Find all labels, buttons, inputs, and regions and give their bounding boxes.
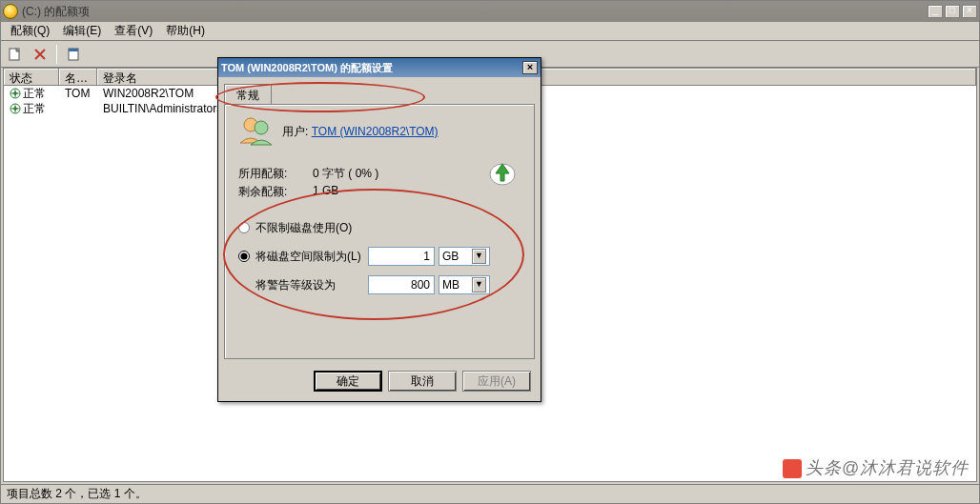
chevron-down-icon: ▼ [472, 277, 486, 292]
menu-help[interactable]: 帮助(H) [160, 21, 211, 41]
svg-rect-2 [69, 49, 78, 51]
close-button[interactable]: × [962, 5, 977, 18]
col-name[interactable]: 名… [59, 69, 97, 85]
tab-strip: 常规 [224, 83, 535, 104]
chevron-down-icon: ▼ [472, 249, 486, 264]
svg-point-6 [255, 121, 268, 134]
remain-quota-label: 剩余配额: [238, 184, 313, 200]
quota-settings-dialog: TOM (WIN2008R2\TOM) 的配额设置 × 常规 用户: TOM (… [217, 57, 541, 402]
toolbar-separator [56, 45, 57, 64]
statusbar: 项目总数 2 个，已选 1 个。 [1, 484, 979, 503]
user-info-row: 用户: TOM (WIN2008R2\TOM) [238, 114, 521, 149]
dialog-titlebar: TOM (WIN2008R2\TOM) 的配额设置 × [218, 58, 541, 77]
warn-value-input[interactable] [368, 275, 435, 294]
limit-value-input[interactable] [368, 247, 435, 266]
dialog-close-button[interactable]: × [522, 61, 538, 74]
watermark-logo-icon [783, 459, 802, 478]
warn-unit-text: MB [442, 278, 459, 292]
used-quota-label: 所用配额: [238, 166, 313, 182]
watermark: 头条@沐沐君说软件 [783, 456, 969, 479]
watermark-text: 头条@沐沐君说软件 [806, 458, 969, 477]
limit-unit-text: GB [442, 250, 459, 263]
radio-no-limit-label: 不限制磁盘使用(O) [255, 220, 352, 236]
minimize-button[interactable]: _ [928, 5, 943, 18]
maximize-button[interactable]: □ [945, 5, 960, 18]
warn-label: 将警告等级设为 [255, 277, 368, 293]
dialog-button-row: 确定 取消 应用(A) [218, 365, 541, 401]
status-text: 正常 [23, 86, 46, 102]
name-text: TOM [59, 87, 97, 100]
cancel-button[interactable]: 取消 [388, 371, 457, 392]
limit-radio-group: 不限制磁盘使用(O) 将磁盘空间限制为(L) GB ▼ 将警告等级设为 MB [238, 217, 521, 295]
apply-button[interactable]: 应用(A) [462, 371, 531, 392]
quota-info: 所用配额: 0 字节 ( 0% ) 剩余配额: 1 GB [238, 166, 521, 200]
radio-limit-label: 将磁盘空间限制为(L) [255, 249, 368, 265]
user-label: 用户: [282, 125, 308, 138]
main-titlebar: (C:) 的配额项 _ □ × [1, 1, 979, 22]
users-icon [238, 114, 273, 149]
menu-edit[interactable]: 编辑(E) [57, 21, 107, 41]
used-quota-value: 0 字节 ( 0% ) [313, 166, 427, 182]
radio-limit[interactable] [238, 251, 250, 262]
limit-unit-select[interactable]: GB ▼ [439, 247, 490, 266]
status-ok-icon [10, 103, 21, 114]
radio-no-limit[interactable] [238, 222, 250, 233]
properties-button[interactable] [65, 46, 82, 63]
menu-view[interactable]: 查看(V) [109, 21, 158, 41]
up-arrow-icon [488, 158, 517, 187]
warn-unit-select[interactable]: MB ▼ [439, 275, 490, 294]
menubar: 配额(Q) 编辑(E) 查看(V) 帮助(H) [1, 22, 979, 41]
status-text: 项目总数 2 个，已选 1 个。 [7, 486, 147, 502]
ok-button[interactable]: 确定 [314, 371, 382, 392]
status-ok-icon [10, 88, 21, 99]
tab-general[interactable]: 常规 [224, 84, 272, 105]
remain-quota-value: 1 GB [313, 184, 427, 200]
menu-quota[interactable]: 配额(Q) [5, 21, 55, 41]
tab-panel-general: 用户: TOM (WIN2008R2\TOM) 所用配额: 0 字节 ( 0% … [224, 104, 535, 359]
status-text: 正常 [23, 101, 46, 117]
dialog-title: TOM (WIN2008R2\TOM) 的配额设置 [221, 61, 519, 75]
new-entry-button[interactable] [7, 46, 24, 63]
window-controls: _ □ × [928, 5, 977, 18]
disk-icon [3, 4, 18, 19]
col-status[interactable]: 状态 [4, 69, 59, 85]
delete-button[interactable] [31, 46, 49, 63]
window-title: (C:) 的配额项 [22, 4, 924, 20]
user-link[interactable]: TOM (WIN2008R2\TOM) [312, 125, 439, 138]
